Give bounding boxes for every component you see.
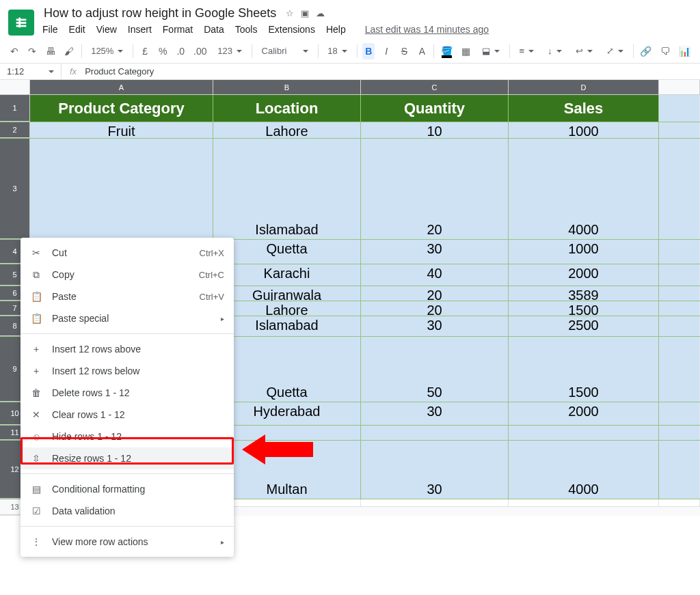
zoom-dropdown[interactable]: 125% [87, 44, 127, 57]
ctx-copy[interactable]: ⧉CopyCtrl+C [21, 264, 234, 286]
cell-C5[interactable]: 40 [361, 264, 509, 286]
menu-insert[interactable]: Insert [128, 24, 152, 35]
column-header-A[interactable]: A [30, 80, 213, 94]
insert-chart-button[interactable]: 📊 [677, 43, 692, 59]
cell-C11[interactable] [361, 426, 509, 440]
more-formats-button[interactable]: 123 [213, 44, 246, 57]
cell-D5[interactable]: 2000 [509, 264, 659, 286]
cell-C12[interactable]: 30 [361, 441, 509, 499]
ctx-paste-special[interactable]: 📋Paste special▸ [21, 307, 234, 329]
text-color-button[interactable]: A [416, 43, 428, 59]
cell-C7[interactable]: 20 [361, 301, 509, 316]
cell-C3[interactable]: 20 [361, 139, 509, 239]
cell-D7[interactable]: 1500 [509, 301, 659, 316]
bold-button[interactable]: B [362, 43, 375, 59]
font-family-dropdown[interactable]: Calibri [258, 44, 312, 57]
format-percent-button[interactable]: % [157, 43, 169, 59]
column-header-C[interactable]: C [361, 80, 509, 94]
vertical-align-button[interactable]: ↓ [543, 44, 566, 57]
cell-D9[interactable]: 1500 [509, 337, 659, 402]
merge-cells-button[interactable]: ⬓ [478, 44, 504, 57]
cell-B4[interactable]: Quetta [213, 240, 361, 264]
decrease-decimal-button[interactable]: .0 [174, 43, 187, 59]
cell-C2[interactable]: 10 [361, 122, 509, 138]
insert-link-button[interactable]: 🔗 [638, 43, 653, 59]
cell-B7[interactable]: Lahore [213, 301, 361, 316]
cell-C10[interactable]: 30 [361, 402, 509, 425]
cell-A3[interactable] [30, 139, 213, 239]
cell-D3[interactable]: 4000 [509, 139, 659, 239]
cell-E6[interactable] [659, 286, 700, 301]
move-icon[interactable]: ▣ [301, 8, 309, 18]
cell-D12[interactable]: 4000 [509, 441, 659, 499]
column-header-D[interactable]: D [509, 80, 659, 94]
cell-B11[interactable] [213, 426, 361, 440]
cell-B3[interactable]: Islamabad [213, 139, 361, 239]
cell-D2[interactable]: 1000 [509, 122, 659, 138]
cell-E7[interactable] [659, 301, 700, 316]
ctx-clear-rows[interactable]: ✕Clear rows 1 - 12 [21, 404, 234, 426]
menu-view[interactable]: View [96, 24, 117, 35]
cell-B5[interactable]: Karachi [213, 264, 361, 286]
cell-C9[interactable]: 50 [361, 337, 509, 402]
cell-E3[interactable] [659, 139, 700, 239]
cell-E8[interactable] [659, 316, 700, 336]
cell-E9[interactable] [659, 337, 700, 402]
star-icon[interactable]: ☆ [286, 8, 294, 18]
print-button[interactable]: 🖶 [44, 43, 57, 59]
cell-E10[interactable] [659, 402, 700, 425]
ctx-resize-rows[interactable]: ⇳Resize rows 1 - 12 [21, 447, 234, 469]
cloud-status-icon[interactable]: ☁ [316, 8, 325, 18]
cell-B6[interactable]: Gujranwala [213, 286, 361, 301]
text-wrap-button[interactable]: ↩ [571, 44, 597, 57]
row-header-2[interactable]: 2 [0, 122, 30, 138]
cell-B10[interactable]: Hyderabad [213, 402, 361, 425]
cell-C8[interactable]: 30 [361, 316, 509, 336]
horizontal-align-button[interactable]: ≡ [515, 44, 538, 57]
cell-D11[interactable] [509, 426, 659, 440]
cell-A1[interactable]: Product Category [30, 95, 213, 122]
row-header-1[interactable]: 1 [0, 95, 30, 122]
row-header-3[interactable]: 3 [0, 139, 30, 239]
cell-E5[interactable] [659, 264, 700, 286]
undo-button[interactable]: ↶ [8, 43, 21, 59]
cell-E2[interactable] [659, 122, 700, 138]
ctx-insert-above[interactable]: +Insert 12 rows above [21, 338, 234, 360]
menu-data[interactable]: Data [204, 24, 224, 35]
cell-A2[interactable]: Fruit [30, 122, 213, 138]
ctx-cut[interactable]: ✂CutCtrl+X [21, 242, 234, 264]
cell-E4[interactable] [659, 240, 700, 264]
menu-tools[interactable]: Tools [235, 24, 258, 35]
font-size-dropdown[interactable]: 18 [323, 44, 351, 57]
formula-input[interactable]: Product Category [85, 66, 154, 77]
redo-button[interactable]: ↷ [26, 43, 38, 59]
cell-C6[interactable]: 20 [361, 286, 509, 301]
ctx-delete-rows[interactable]: 🗑Delete rows 1 - 12 [21, 382, 234, 404]
cell-B9[interactable]: Quetta [213, 337, 361, 402]
cell-D4[interactable]: 1000 [509, 240, 659, 264]
cell-D8[interactable]: 2500 [509, 316, 659, 336]
cell-E11[interactable] [659, 426, 700, 440]
strikethrough-button[interactable]: S [398, 43, 410, 59]
column-header-B[interactable]: B [213, 80, 361, 94]
name-box[interactable]: 1:12 [0, 64, 62, 79]
ctx-conditional-formatting[interactable]: ▤Conditional formatting [21, 478, 234, 500]
cell-C1[interactable]: Quantity [361, 95, 509, 122]
cell-E12[interactable] [659, 441, 700, 499]
cell-B2[interactable]: Lahore [213, 122, 361, 138]
menu-format[interactable]: Format [163, 24, 193, 35]
cell-C4[interactable]: 30 [361, 240, 509, 264]
menu-file[interactable]: File [42, 24, 58, 35]
fill-color-button[interactable]: 🪣 [440, 43, 454, 59]
cell-B8[interactable]: Islamabad [213, 316, 361, 336]
document-title[interactable]: How to adjust row height in Google Sheet… [41, 5, 279, 21]
cell-B1[interactable]: Location [213, 95, 361, 122]
increase-decimal-button[interactable]: .00 [192, 43, 208, 59]
ctx-insert-below[interactable]: +Insert 12 rows below [21, 360, 234, 382]
paint-format-button[interactable]: 🖌 [62, 43, 75, 59]
select-all-corner[interactable] [0, 80, 30, 94]
cell-D1[interactable]: Sales [509, 95, 659, 122]
italic-button[interactable]: I [380, 43, 392, 59]
last-edit-link[interactable]: Last edit was 14 minutes ago [365, 24, 489, 35]
text-rotation-button[interactable]: ⤢ [602, 44, 628, 57]
